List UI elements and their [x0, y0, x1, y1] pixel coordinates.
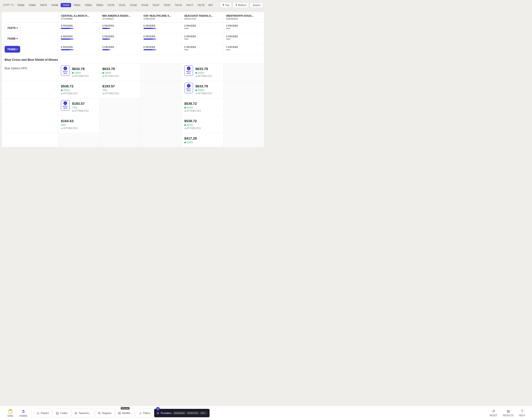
- attr-link[interactable]: ⊕ ATTRIBUTES: [102, 75, 138, 77]
- code-badge-70470[interactable]: 70470 ▾: [5, 25, 20, 31]
- most-npis-text: MOSTNPIS: [186, 71, 191, 75]
- rate-value: $538.72: [184, 119, 220, 123]
- most-npis-text: MOSTNPIS: [63, 71, 68, 75]
- payers-cell-70496-5: 3 PAYERS: [223, 33, 264, 44]
- attr-link[interactable]: ⊕ ATTRIBUTES: [184, 110, 220, 112]
- most-npis-badge: ✓ MOSTNPIS: [61, 65, 70, 76]
- bottom-button[interactable]: ⬇ Bottom: [233, 2, 249, 8]
- payers-cell-70498-3: 6 PAYERS: [140, 44, 181, 55]
- section-header-row: Blue Cross and Blue Shield of Illinois: [2, 55, 264, 63]
- top-icon: ⬆: [222, 3, 224, 6]
- attr-link[interactable]: ⊕ ATTRIBUTES: [72, 110, 89, 112]
- rate-info: $417.28 156%: [184, 135, 220, 145]
- nav-code-907[interactable]: 907: [207, 3, 214, 7]
- insurer-name: Blue Cross and Blue Shield of Illinois: [5, 58, 58, 61]
- attr-link[interactable]: ⊕ ATTRIBUTES: [61, 92, 97, 95]
- attr-link[interactable]: ⊕ ATTRIBUTES: [61, 127, 97, 130]
- jump-to-label: JUMP TO: [3, 4, 14, 6]
- main-table: CENTRAL ILLINOIS R... 371399888 MID AMER…: [2, 12, 264, 147]
- plan-row: Blue Options PPO ✓ MOSTNPIS $633.79 240%…: [2, 63, 264, 81]
- payers-bar: [61, 49, 74, 50]
- nav-code-70553[interactable]: 70553: [95, 3, 105, 7]
- nav-code-74178[interactable]: 74178: [196, 3, 206, 7]
- col-header-3: OSF HEALTHCARE S... 370813229: [140, 12, 181, 23]
- nav-code-70470[interactable]: 70470: [38, 3, 49, 7]
- payers-label: 3 PAYERS: [102, 25, 138, 27]
- rate-info: $538.72 204% ⊕ ATTRIBUTES: [184, 118, 220, 131]
- nav-code-72146[interactable]: 72146: [139, 3, 150, 7]
- dot-icon: [196, 90, 197, 91]
- nav-code-70498[interactable]: 70498: [61, 3, 71, 7]
- attr-link[interactable]: ⊕ ATTRIBUTES: [184, 127, 220, 130]
- most-npis-badge: ✓ MOSTNPIS: [61, 100, 70, 111]
- bottom-label: Bottom: [238, 4, 246, 6]
- nav-code-71275[interactable]: 71275: [106, 3, 116, 7]
- rate-cell-r3-c3: [140, 98, 181, 116]
- rate-value: $633.79: [196, 84, 212, 88]
- export-button[interactable]: Export: [250, 2, 263, 8]
- rate-cell-r4-c1: $164.53 62% ⊕ ATTRIBUTES: [58, 116, 99, 133]
- nav-code-72147[interactable]: 72147: [151, 3, 161, 7]
- code-row-70498: 70498 ▾ 6 PAYERS 3 PAYERS: [2, 44, 264, 55]
- payers-bar: [226, 49, 230, 50]
- code-cell-70498: 70498 ▾: [2, 44, 58, 55]
- payers-label: 2 PAYERS: [184, 25, 220, 27]
- chevron-icon: ▾: [16, 37, 18, 40]
- code-badge-70496[interactable]: 70496 ▾: [5, 35, 20, 42]
- col-header-5: WENTWORTH DOUG... 020260334: [223, 12, 264, 23]
- rate-cell-r2-c4: ✓ MOSTNPIS $633.79 240% ⊕ ATTRIBUTES: [181, 81, 223, 98]
- col-header-2: MID AMERICA RADIO... 371399427: [99, 12, 140, 23]
- rate-pct: 240%: [196, 89, 212, 91]
- code-row-70496: 70496 ▾ 6 PAYERS 3 PAYERS: [2, 33, 264, 44]
- rate-cell-r3-c4: $538.72 204% ⊕ ATTRIBUTES: [181, 98, 223, 116]
- rate-cell-r2-c1: $538.72 204% ⊕ ATTRIBUTES: [58, 81, 99, 98]
- dot-icon: [61, 90, 62, 91]
- rate-cell-r5-c4: $417.28 156%: [181, 133, 223, 147]
- nav-code-70450[interactable]: 70450: [16, 3, 26, 7]
- rate-info: $164.53 62% ⊕ ATTRIBUTES: [61, 118, 97, 131]
- org-id-5: 020260334: [226, 18, 261, 20]
- rate-cell-r5-c5: [223, 133, 264, 147]
- table-wrapper: CENTRAL ILLINOIS R... 371399888 MID AMER…: [0, 10, 266, 406]
- payers-bar: [184, 49, 188, 50]
- nav-code-72141[interactable]: 72141: [117, 3, 127, 7]
- most-npis-icon: ✓: [187, 84, 191, 88]
- rate-cell-r4-c3: [140, 116, 181, 133]
- col-header-4: SEACOAST RADIOLO... 020317310: [181, 12, 223, 23]
- attr-link[interactable]: ⊕ ATTRIBUTES: [72, 75, 89, 77]
- rate-label-r5: [2, 133, 58, 147]
- rate-info: $193.57 73% ⊕ ATTRIBUTES: [102, 83, 138, 96]
- rate-value: $633.79: [102, 67, 138, 71]
- rate-value: $417.28: [184, 136, 220, 140]
- attr-link[interactable]: ⊕ ATTRIBUTES: [196, 75, 212, 77]
- payers-bar: [184, 38, 188, 40]
- nav-code-74176[interactable]: 74176: [173, 3, 183, 7]
- attr-link[interactable]: ⊕ ATTRIBUTES: [196, 92, 212, 95]
- most-npis-text: MOSTNPIS: [186, 88, 191, 92]
- rate-info: $633.79 240% ⊕ ATTRIBUTES: [196, 83, 212, 96]
- payers-label: 2 PAYERS: [184, 35, 220, 38]
- payers-label: 3 PAYERS: [226, 46, 261, 48]
- nav-code-70551[interactable]: 70551: [72, 3, 83, 7]
- org-id-1: 371399888: [61, 18, 97, 20]
- attr-link[interactable]: ⊕ ATTRIBUTES: [102, 92, 138, 95]
- nav-code-72142[interactable]: 72142: [128, 3, 139, 7]
- nav-code-70552[interactable]: 70552: [83, 3, 94, 7]
- rate-cell-r5-c1: [58, 133, 99, 147]
- rate-info: $538.72 204% ⊕ ATTRIBUTES: [184, 100, 220, 114]
- code-badge-70498[interactable]: 70498 ▾: [5, 46, 20, 53]
- org-name-4: SEACOAST RADIOLO...: [184, 14, 214, 17]
- most-npis-badge: ✓ MOSTNPIS: [184, 65, 193, 76]
- rate-pct: 62%: [61, 123, 97, 126]
- rate-info: $633.79 240% ⊕ ATTRIBUTES: [102, 65, 138, 79]
- nav-code-70460[interactable]: 70460: [27, 3, 37, 7]
- payers-cell-70498-2: 3 PAYERS: [99, 44, 140, 55]
- payers-cell-70470-2: 3 PAYERS: [99, 23, 140, 33]
- nav-code-72157[interactable]: 72157: [162, 3, 172, 7]
- bottom-icon: ⬇: [235, 3, 237, 6]
- nav-code-74177[interactable]: 74177: [184, 3, 195, 7]
- payers-label: 3 PAYERS: [226, 35, 261, 38]
- nav-code-70496[interactable]: 70496: [49, 3, 60, 7]
- most-npis-icon: ✓: [63, 101, 67, 105]
- top-button[interactable]: ⬆ Top: [220, 2, 232, 8]
